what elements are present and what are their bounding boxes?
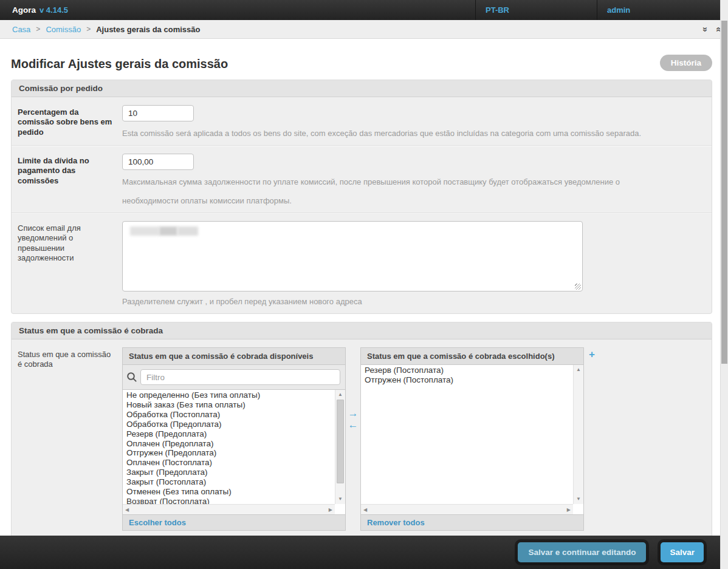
app-version: v 4.14.5 bbox=[39, 5, 68, 15]
available-option[interactable]: Закрыт (Постоплата) bbox=[123, 477, 335, 487]
email-list-help: Разделителем служит , и пробел перед ука… bbox=[122, 297, 706, 306]
add-status-icon[interactable]: + bbox=[589, 349, 595, 361]
available-option[interactable]: Возврат (Постоплата) bbox=[123, 497, 335, 504]
scroll-down-icon[interactable]: ▼ bbox=[335, 495, 345, 503]
available-option[interactable]: Обработка (Постоплата) bbox=[123, 410, 335, 420]
horizontal-scrollbar[interactable]: ◀ ▶ bbox=[361, 504, 573, 514]
redacted-email-text bbox=[159, 227, 177, 236]
scroll-left-icon[interactable]: ◀ bbox=[125, 507, 129, 513]
page-title: Modificar Ajustes gerais da comissão bbox=[11, 57, 712, 71]
email-list-textarea[interactable] bbox=[122, 221, 583, 291]
available-option[interactable]: Новый заказ (Без типа оплаты) bbox=[123, 400, 335, 410]
vertical-scrollbar[interactable]: ▲ ▼ bbox=[335, 390, 345, 504]
search-icon bbox=[126, 372, 137, 383]
save-button[interactable]: Salvar bbox=[661, 542, 704, 562]
chosen-box-footer: Remover todos bbox=[361, 515, 583, 530]
chosen-option[interactable]: Резерв (Постоплата) bbox=[361, 366, 573, 375]
move-right-icon[interactable]: → bbox=[348, 408, 359, 418]
filter-input[interactable] bbox=[140, 369, 340, 385]
scroll-down-icon[interactable]: ▼ bbox=[574, 495, 583, 503]
chosen-list[interactable]: Резерв (Постоплата)Отгружен (Постоплата)… bbox=[361, 365, 583, 515]
app-name: Agora bbox=[12, 5, 36, 15]
page-scrollbar-thumb[interactable] bbox=[721, 21, 727, 364]
form-row-email-list: Список email для уведомлений о превышени… bbox=[12, 213, 712, 313]
main-content: Modificar Ajustes gerais da comissão His… bbox=[0, 57, 728, 553]
history-button[interactable]: História bbox=[660, 55, 712, 71]
page-scrollbar[interactable] bbox=[720, 0, 728, 569]
debt-limit-input[interactable] bbox=[122, 154, 194, 170]
section-commission-per-order: Comissão por pedido Percentagem da comis… bbox=[11, 80, 712, 314]
scroll-up-icon[interactable]: ▲ bbox=[574, 366, 583, 374]
debt-limit-label: Limite da dívida no pagamento das comiss… bbox=[18, 154, 115, 205]
available-list[interactable]: Не определенно (Без типа оплаты)Новый за… bbox=[123, 389, 345, 515]
section-commission-statuses: Status em que a comissão é cobrada Statu… bbox=[11, 322, 712, 553]
filter-row bbox=[123, 365, 345, 389]
vertical-scrollbar[interactable]: ▲ ▼ bbox=[573, 365, 583, 504]
available-option[interactable]: Резерв (Предоплата) bbox=[123, 429, 335, 439]
move-arrows: → ← bbox=[346, 408, 360, 430]
redacted-email-text bbox=[177, 227, 198, 236]
scroll-left-icon[interactable]: ◀ bbox=[363, 507, 367, 513]
form-row-commission-percent: Percentagem da comissão sobre bens em pe… bbox=[12, 97, 712, 145]
breadcrumb-current: Ajustes gerais da comissão bbox=[96, 25, 200, 34]
statuses-label: Status em que a comissão é cobrada bbox=[18, 347, 115, 545]
redacted-email-text bbox=[130, 227, 159, 236]
chosen-box: Status em que a comissão é cobrada escol… bbox=[360, 347, 584, 531]
scroll-up-icon[interactable]: ▲ bbox=[335, 390, 345, 399]
available-option[interactable]: Обработка (Предоплата) bbox=[123, 420, 335, 429]
available-option[interactable]: Закрыт (Предоплата) bbox=[123, 468, 335, 477]
scroll-right-icon[interactable]: ▶ bbox=[567, 507, 571, 513]
commission-percent-label: Percentagem da comissão sobre bens em pe… bbox=[18, 105, 115, 138]
available-option[interactable]: Отгружен (Предоплата) bbox=[123, 448, 335, 458]
debt-limit-help-line2: необходимости оплаты комиссии платформы. bbox=[122, 196, 706, 205]
user-menu[interactable]: admin bbox=[597, 0, 728, 20]
dual-select-widget: Status em que a comissão é cobrada dispo… bbox=[122, 347, 706, 531]
remove-all-link[interactable]: Remover todos bbox=[367, 518, 425, 527]
form-row-statuses: Status em que a comissão é cobrada Statu… bbox=[12, 339, 712, 553]
email-list-label: Список email для уведомлений о превышени… bbox=[18, 221, 115, 306]
app-brand[interactable]: Agora v 4.14.5 bbox=[0, 0, 68, 20]
available-box-footer: Escolher todos bbox=[123, 515, 345, 530]
section-title: Status em que a comissão é cobrada bbox=[12, 322, 712, 339]
textarea-resize-handle[interactable] bbox=[575, 284, 581, 290]
available-box: Status em que a comissão é cobrada dispo… bbox=[122, 347, 346, 531]
debt-limit-help-line1: Максимальная сумма задолженности по упла… bbox=[122, 177, 706, 186]
breadcrumb-separator: > bbox=[36, 25, 40, 33]
chosen-option[interactable]: Отгружен (Постоплата) bbox=[361, 375, 573, 385]
available-box-title: Status em que a comissão é cobrada dispo… bbox=[123, 348, 345, 365]
available-option[interactable]: Не определенно (Без типа оплаты) bbox=[123, 390, 335, 400]
chosen-box-title: Status em que a comissão é cobrada escol… bbox=[361, 348, 583, 365]
locale-menu[interactable]: PT-BR bbox=[475, 0, 597, 20]
top-bar: Agora v 4.14.5 PT-BR admin bbox=[0, 0, 728, 20]
form-row-debt-limit: Limite da dívida no pagamento das comiss… bbox=[12, 145, 712, 213]
breadcrumb: Casa > Comissão > Ajustes gerais da comi… bbox=[0, 20, 728, 39]
choose-all-link[interactable]: Escolher todos bbox=[129, 518, 186, 527]
bottom-action-bar: Salvar e continuar editando Salvar bbox=[0, 536, 728, 569]
available-option[interactable]: Отменен (Без типа оплаты) bbox=[123, 487, 335, 497]
topbar-right: PT-BR admin bbox=[475, 0, 728, 20]
breadcrumb-link-commission[interactable]: Comissão bbox=[46, 25, 81, 34]
available-option[interactable]: Оплачен (Постоплата) bbox=[123, 458, 335, 468]
horizontal-scrollbar[interactable]: ◀ ▶ bbox=[123, 504, 335, 514]
breadcrumb-link-home[interactable]: Casa bbox=[12, 25, 30, 34]
section-title: Comissão por pedido bbox=[12, 80, 712, 97]
commission-percent-input[interactable] bbox=[122, 105, 194, 121]
double-chevron-down-icon[interactable]: » bbox=[701, 27, 710, 32]
available-option[interactable]: Оплачен (Предоплата) bbox=[123, 439, 335, 449]
scrollbar-thumb[interactable] bbox=[337, 400, 344, 483]
save-continue-button[interactable]: Salvar e continuar editando bbox=[518, 542, 646, 562]
commission-percent-help: Esta comissão será aplicada a todos os b… bbox=[122, 129, 706, 138]
page-head: Modificar Ajustes gerais da comissão His… bbox=[11, 57, 712, 71]
breadcrumb-separator: > bbox=[86, 25, 91, 33]
scroll-right-icon[interactable]: ▶ bbox=[329, 507, 332, 513]
move-left-icon[interactable]: ← bbox=[348, 420, 359, 430]
